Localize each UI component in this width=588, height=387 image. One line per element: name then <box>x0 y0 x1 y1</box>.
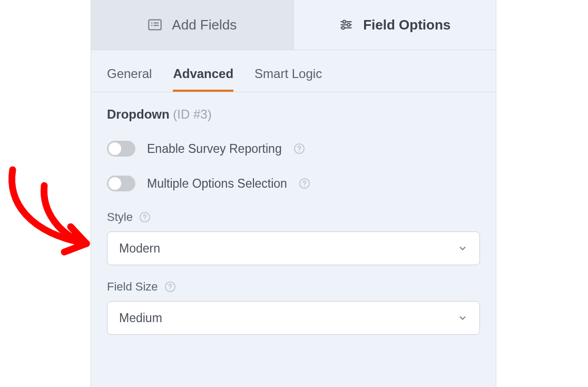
field-size-group: Field Size Medium <box>107 280 480 335</box>
sub-tab-general[interactable]: General <box>107 66 152 92</box>
help-icon[interactable] <box>293 143 305 154</box>
help-icon[interactable] <box>299 178 310 189</box>
help-icon[interactable] <box>164 281 176 293</box>
multiple-selection-label: Multiple Options Selection <box>147 177 287 191</box>
style-select-value: Modern <box>119 241 160 256</box>
tab-add-fields-label: Add Fields <box>172 17 237 33</box>
sub-tab-smart-logic[interactable]: Smart Logic <box>254 66 322 92</box>
tab-field-options-label: Field Options <box>363 17 450 33</box>
multiple-selection-row: Multiple Options Selection <box>107 176 480 191</box>
svg-point-8 <box>347 23 350 26</box>
survey-reporting-row: Enable Survey Reporting <box>107 141 480 157</box>
survey-reporting-toggle[interactable] <box>107 141 135 157</box>
field-size-select-value: Medium <box>119 311 162 325</box>
sub-tab-advanced[interactable]: Advanced <box>173 66 233 92</box>
field-id-text: (ID #3) <box>173 107 211 121</box>
form-list-icon <box>148 17 162 32</box>
style-field-group: Style Modern <box>107 210 480 265</box>
style-label: Style <box>107 210 133 224</box>
svg-point-14 <box>304 186 305 187</box>
field-heading: Dropdown (ID #3) <box>107 107 480 122</box>
svg-point-10 <box>342 26 345 29</box>
top-tab-bar: Add Fields Field Options <box>91 0 496 50</box>
multiple-selection-toggle[interactable] <box>107 176 135 191</box>
field-size-label: Field Size <box>107 280 158 294</box>
chevron-down-icon <box>457 313 468 323</box>
field-size-select[interactable]: Medium <box>107 301 480 335</box>
chevron-down-icon <box>457 243 468 254</box>
survey-reporting-label: Enable Survey Reporting <box>147 142 282 156</box>
help-icon[interactable] <box>139 211 151 223</box>
svg-point-18 <box>170 289 171 290</box>
svg-point-16 <box>144 219 145 220</box>
field-type-name: Dropdown <box>107 107 170 121</box>
tab-field-options[interactable]: Field Options <box>294 0 496 50</box>
svg-point-6 <box>343 21 346 23</box>
svg-point-12 <box>299 151 300 152</box>
sliders-icon <box>339 17 354 32</box>
style-select[interactable]: Modern <box>107 231 480 265</box>
sub-tab-bar: General Advanced Smart Logic <box>91 62 496 92</box>
tab-add-fields[interactable]: Add Fields <box>91 0 294 50</box>
field-options-panel: Add Fields Field Options General Advance… <box>91 0 496 387</box>
advanced-content: Dropdown (ID #3) Enable Survey Reporting… <box>91 92 496 335</box>
